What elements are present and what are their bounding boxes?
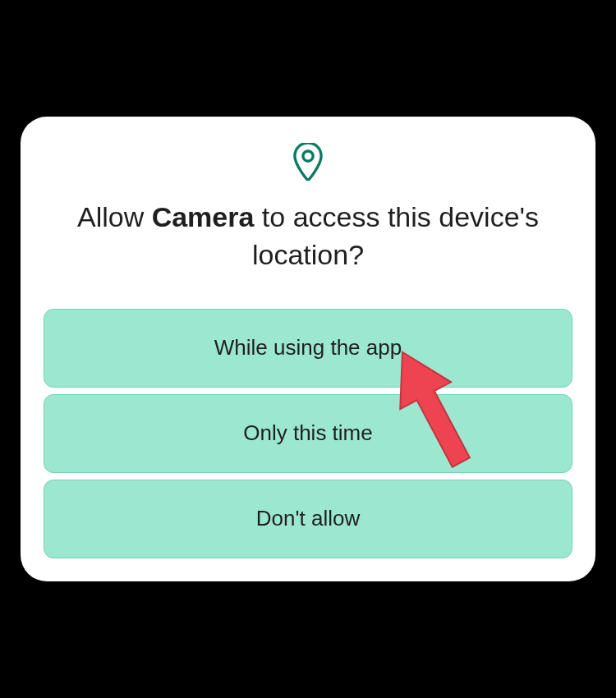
only-this-time-button[interactable]: Only this time bbox=[44, 394, 572, 473]
only-this-time-label: Only this time bbox=[243, 420, 373, 446]
title-prefix: Allow bbox=[77, 201, 152, 232]
dont-allow-label: Don't allow bbox=[256, 506, 360, 531]
title-suffix: to access this device's location? bbox=[252, 201, 539, 270]
title-app-name: Camera bbox=[152, 201, 255, 232]
while-using-button[interactable]: While using the app bbox=[44, 309, 572, 388]
location-pin-icon bbox=[292, 143, 324, 184]
dialog-icon-wrap bbox=[44, 143, 572, 184]
dialog-title: Allow Camera to access this device's loc… bbox=[44, 199, 572, 274]
button-stack: While using the app Only this time Don't… bbox=[44, 309, 572, 558]
while-using-label: While using the app bbox=[214, 335, 402, 360]
dont-allow-button[interactable]: Don't allow bbox=[44, 480, 572, 558]
permission-dialog: Allow Camera to access this device's loc… bbox=[21, 117, 595, 581]
